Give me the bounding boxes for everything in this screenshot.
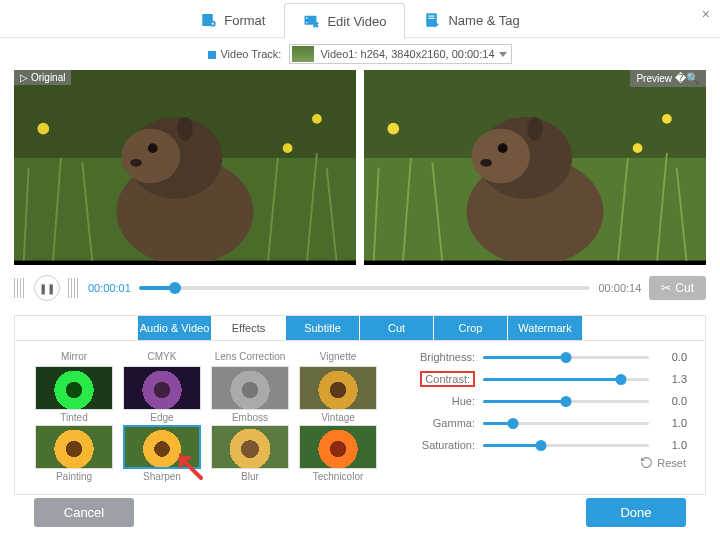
svg-point-21 (121, 129, 180, 184)
svg-point-18 (283, 143, 293, 153)
tab-edit-video[interactable]: Edit Video (284, 3, 405, 38)
fx-vintage[interactable]: Vintage (297, 366, 379, 423)
svg-point-39 (498, 143, 508, 153)
done-button[interactable]: Done (586, 498, 686, 527)
timeline-track[interactable] (139, 286, 591, 290)
video-track-select[interactable]: Video1: h264, 3840x2160, 00:00:14 (289, 44, 511, 64)
track-value: Video1: h264, 3840x2160, 00:00:14 (320, 48, 494, 60)
svg-point-3 (306, 17, 308, 19)
sub-tab-effects[interactable]: Effects (212, 316, 286, 340)
fx-header: Lens Correction (209, 351, 291, 364)
video-track-label: Video Track: (208, 48, 281, 60)
svg-rect-6 (429, 16, 435, 17)
fx-emboss[interactable]: Emboss (209, 366, 291, 423)
tab-format-label: Format (224, 13, 265, 28)
slider-contrast[interactable]: Contrast:1.3 (409, 373, 687, 385)
cancel-button[interactable]: Cancel (34, 498, 134, 527)
slider-hue[interactable]: Hue:0.0 (409, 395, 687, 407)
slider-brightness[interactable]: Brightness:0.0 (409, 351, 687, 363)
close-icon[interactable]: × (702, 6, 710, 22)
sub-tab-subtitle[interactable]: Subtitle (286, 316, 360, 340)
svg-point-24 (177, 117, 193, 140)
grip-right[interactable] (68, 278, 80, 298)
svg-point-34 (662, 114, 672, 124)
svg-point-33 (387, 123, 399, 135)
play-pause-button[interactable]: ❚❚ (34, 275, 60, 301)
slider-gamma[interactable]: Gamma:1.0 (409, 417, 687, 429)
svg-point-22 (148, 143, 158, 153)
svg-point-4 (306, 22, 308, 24)
fx-blur[interactable]: Blur (209, 425, 291, 482)
svg-point-40 (480, 159, 492, 167)
svg-point-35 (633, 143, 643, 153)
preview-original: ▷Original (14, 70, 356, 265)
effects-grid: MirrorCMYKLens CorrectionVignetteTintedE… (33, 351, 379, 482)
original-badge: ▷Original (14, 70, 71, 85)
preview-result: Preview�🔍 (364, 70, 706, 265)
slider-saturation[interactable]: Saturation:1.0 (409, 439, 687, 451)
svg-rect-7 (429, 18, 435, 19)
sub-tab-crop[interactable]: Crop (434, 316, 508, 340)
sub-tab-watermark[interactable]: Watermark (508, 316, 582, 340)
tab-edit-label: Edit Video (327, 14, 386, 29)
tab-name-tag[interactable]: Name & Tag (405, 2, 538, 37)
grip-left[interactable] (14, 278, 26, 298)
fx-header: CMYK (121, 351, 203, 364)
svg-point-23 (130, 159, 142, 167)
time-current: 00:00:01 (88, 282, 131, 294)
pointer-arrow (175, 452, 205, 482)
fx-header: Vignette (297, 351, 379, 364)
fx-edge[interactable]: Edge (121, 366, 203, 423)
svg-point-16 (37, 123, 49, 135)
cut-button[interactable]: ✂Cut (649, 276, 706, 300)
track-thumb (292, 46, 314, 62)
svg-point-41 (527, 117, 543, 140)
sub-tab-audio-video[interactable]: Audio & Video (138, 316, 212, 340)
reset-button[interactable]: Reset (640, 456, 686, 469)
fx-painting[interactable]: Painting (33, 425, 115, 482)
preview-badge: Preview�🔍 (630, 70, 706, 87)
fx-tinted[interactable]: Tinted (33, 366, 115, 423)
fx-technicolor[interactable]: Technicolor (297, 425, 379, 482)
time-total: 00:00:14 (598, 282, 641, 294)
svg-point-38 (471, 129, 530, 184)
tab-format[interactable]: Format (181, 2, 284, 37)
tab-name-label: Name & Tag (448, 13, 519, 28)
sub-tab-cut[interactable]: Cut (360, 316, 434, 340)
fx-header: Mirror (33, 351, 115, 364)
svg-point-17 (312, 114, 322, 124)
sub-tabs: Audio & VideoEffectsSubtitleCutCropWater… (15, 316, 705, 341)
